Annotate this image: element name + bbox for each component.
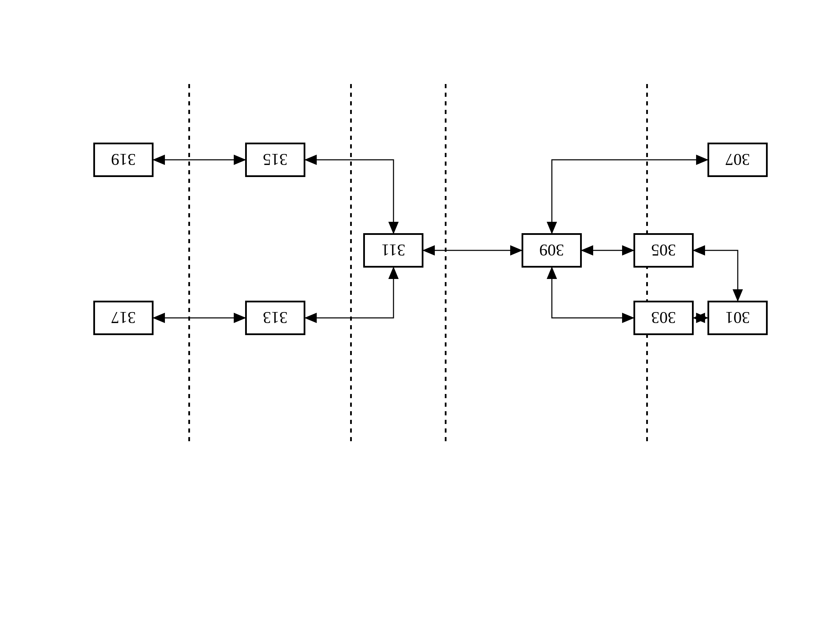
node-313: 313 <box>245 301 305 335</box>
node-313-label: 313 <box>263 309 288 328</box>
node-307: 307 <box>708 143 768 177</box>
node-305: 305 <box>633 233 694 268</box>
swimlane-divider-3 <box>350 79 352 441</box>
node-311-label: 311 <box>381 241 405 260</box>
node-307-label: 307 <box>725 151 750 169</box>
node-303-label: 303 <box>651 309 676 328</box>
node-309: 309 <box>522 233 582 268</box>
node-315-label: 315 <box>263 151 288 169</box>
swimlane-divider-4 <box>188 79 190 441</box>
node-317-label: 317 <box>111 309 136 328</box>
connector-311-313 <box>305 268 394 318</box>
connector-301-305 <box>694 250 738 301</box>
node-315: 315 <box>245 143 305 177</box>
node-303: 303 <box>633 301 694 335</box>
connector-303-309 <box>552 268 633 318</box>
node-305-label: 305 <box>651 241 676 260</box>
connector-311-315 <box>305 160 394 233</box>
node-301: 301 <box>708 301 768 335</box>
node-301-label: 301 <box>725 309 750 328</box>
connector-309-307 <box>552 160 708 233</box>
node-317: 317 <box>93 301 154 335</box>
node-319: 319 <box>93 143 154 177</box>
node-311: 311 <box>363 233 423 268</box>
node-309-label: 309 <box>539 241 564 260</box>
node-319-label: 319 <box>111 151 136 169</box>
diagram-container: 301 303 305 307 309 311 313 315 317 319 <box>0 0 840 622</box>
swimlane-divider-2 <box>445 79 446 441</box>
